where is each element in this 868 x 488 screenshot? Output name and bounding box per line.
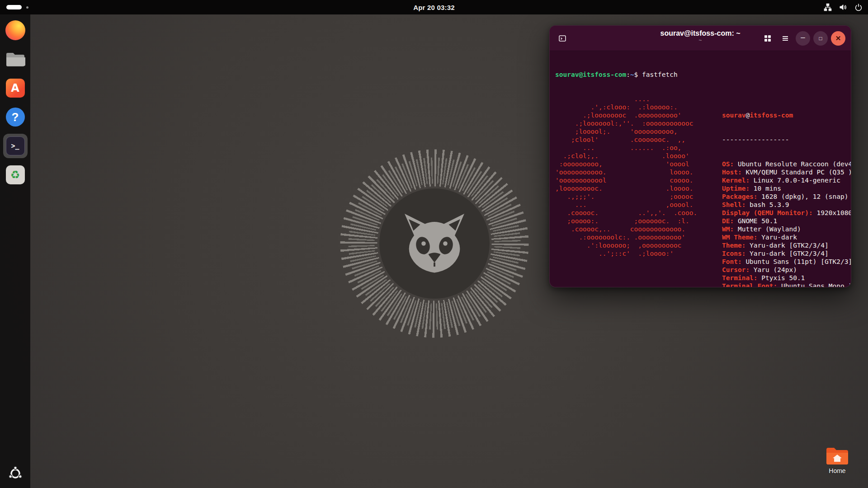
prompt-path: ~ (630, 71, 634, 78)
ascii-art: .... .',:clooo: .:looooo:. .;loooooooc .… (555, 95, 722, 287)
fastfetch-info: sourav@itsfoss-com ----------------- OS:… (722, 95, 851, 287)
wallpaper-raccoon-artwork (335, 144, 534, 343)
workspace-indicator-dot[interactable] (26, 6, 28, 9)
app-center-icon: A (6, 79, 25, 98)
close-icon: ✕ (835, 35, 841, 42)
help-icon: ? (6, 108, 25, 127)
maximize-icon: □ (819, 36, 822, 41)
fastfetch-info-line: Kernel: Linux 7.0.0-14-generic (722, 176, 851, 184)
dock-item-terminal-active[interactable]: >_ (3, 134, 28, 158)
show-apps-button[interactable] (7, 465, 24, 483)
firefox-icon (5, 20, 25, 40)
fastfetch-info-line: Font: Ubuntu Sans (11pt) [GTK2/3] (722, 258, 851, 266)
power-icon (854, 3, 863, 11)
shell-prompt: sourav@itsfoss-com:~$ fastfetch (555, 70, 851, 79)
dock-item-firefox[interactable] (3, 18, 28, 42)
fastfetch-info-line: Packages: 1628 (dpkg), 12 (snap) (722, 192, 851, 201)
fastfetch-info-line: Shell: bash 5.3.9 (722, 201, 851, 209)
top-bar: Apr 20 03:32 (0, 0, 868, 14)
desktop-home-shortcut[interactable]: Home (816, 446, 858, 474)
hamburger-menu-icon (782, 35, 789, 42)
fastfetch-info-line: Icons: Yaru-dark [GTK2/3/4] (722, 249, 851, 258)
dock-item-trash[interactable]: ♻ (3, 163, 28, 187)
home-label: Home (829, 467, 845, 474)
fastfetch-info-line: OS: Ubuntu Resolute Raccoon (dev4 (722, 160, 851, 168)
fastfetch-info-lines: OS: Ubuntu Resolute Raccoon (dev4Host: K… (722, 160, 851, 287)
minimize-icon: – (801, 33, 805, 41)
grid-icon (764, 35, 771, 42)
prompt-colon: : (626, 71, 630, 78)
fastfetch-info-line: Display (QEMU Monitor): 868x488 (722, 209, 851, 217)
home-folder-icon (826, 446, 849, 465)
window-title-block: sourav@itsfoss-com: ~ ~ (660, 29, 741, 44)
info-host: itsfoss-com (750, 112, 793, 119)
prompt-user-host: sourav@itsfoss-com (555, 71, 626, 78)
dock: A ? >_ ♻ (0, 14, 30, 488)
network-icon (824, 3, 832, 11)
fastfetch-info-line: DE: GNOME 50.1 (722, 217, 851, 225)
info-user: sourav (722, 112, 745, 119)
ubuntu-logo-icon (7, 465, 24, 482)
fastfetch-info-line: Terminal: Ptyxis 50.1 (722, 274, 851, 282)
system-tray[interactable] (824, 0, 863, 14)
fastfetch-info-line: WM: Mutter (Wayland) (722, 225, 851, 233)
info-at: @ (745, 112, 750, 119)
new-terminal-button[interactable] (555, 31, 570, 46)
fastfetch-info-line: WM Theme: Yaru-dark (722, 233, 851, 241)
fastfetch-info-line: Host: KVM/QEMU Standard PC (Q35 ) (722, 168, 851, 176)
fastfetch-info-line: Cursor: Yaru (24px) (722, 266, 851, 274)
menu-button[interactable] (778, 31, 793, 46)
files-folder-icon (5, 51, 25, 67)
volume-icon (839, 3, 847, 11)
fastfetch-info-line: Terminal Font: Ubuntu Sans Mono ) (722, 282, 851, 287)
fastfetch-info-line: Uptime: 10 mins (722, 184, 851, 192)
trash-icon: ♻ (6, 165, 25, 184)
fastfetch-info-line: Theme: Yaru-dark [GTK2/3/4] (722, 241, 851, 249)
dock-item-help[interactable]: ? (3, 105, 28, 129)
terminal-body[interactable]: sourav@itsfoss-com:~$ fastfetch .... .',… (550, 51, 851, 287)
prompt-command: $ fastfetch (634, 71, 678, 78)
workspace-indicator-active[interactable] (6, 5, 22, 9)
maximize-button[interactable]: □ (813, 31, 828, 46)
window-title: sourav@itsfoss-com: ~ (660, 29, 741, 38)
new-tab-icon (558, 34, 566, 42)
terminal-titlebar[interactable]: sourav@itsfoss-com: ~ ~ – □ ✕ (550, 26, 851, 51)
fastfetch-user-host-line: sourav@itsfoss-com (722, 111, 851, 119)
minimize-button[interactable]: – (796, 31, 810, 46)
dock-item-files[interactable] (3, 47, 28, 71)
terminal-window: sourav@itsfoss-com: ~ ~ – □ ✕ sourav@its… (549, 25, 851, 287)
info-separator: ----------------- (722, 136, 851, 144)
terminal-icon: >_ (6, 136, 25, 155)
raccoon-face-icon (394, 203, 475, 284)
close-button[interactable]: ✕ (831, 31, 845, 46)
window-subtitle: ~ (660, 38, 741, 44)
dock-item-app-center[interactable]: A (3, 76, 28, 100)
tab-overview-button[interactable] (760, 31, 775, 46)
clock[interactable]: Apr 20 03:32 (413, 0, 455, 14)
